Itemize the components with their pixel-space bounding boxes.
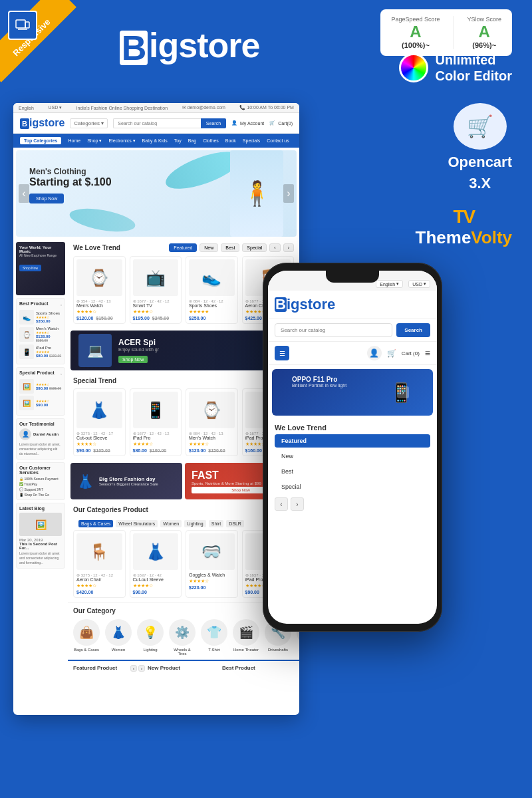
our-category-title: Our Category: [73, 607, 116, 614]
sidebar-best-nav[interactable]: ›: [61, 303, 62, 307]
footer-featured-header: Featured Product ‹ ›: [73, 665, 145, 672]
phone-currency-btn[interactable]: USD ▾: [408, 280, 430, 288]
cat-dslr[interactable]: DSLR: [226, 520, 244, 527]
sidebar-special-nav[interactable]: ›: [61, 372, 62, 376]
phone-lang-text: English: [380, 282, 395, 287]
cat-lighting[interactable]: Lighting: [184, 520, 206, 527]
desktop-hero: Men's Clothing Starting at $.100 Shop No…: [16, 150, 297, 237]
special-price-3: $120.00 $150.00: [189, 448, 235, 453]
product-stars-1: ★★★★☆: [76, 309, 122, 315]
cat-icon-theater[interactable]: 🎬 Home Theater: [233, 619, 259, 656]
desktop-search-btn[interactable]: Search: [201, 118, 226, 128]
acer-cta-btn[interactable]: Shop Now: [118, 356, 148, 363]
nav-baby[interactable]: Baby & Kids: [142, 138, 168, 143]
sidebar-prod-price-2: $128.00 $150.00: [36, 334, 62, 342]
tab-best[interactable]: Best: [221, 243, 239, 252]
sidebar-latest-blog: Latest Blog 🖼️ Mar 20, 2019 This Is Seco…: [16, 503, 65, 569]
phone-lang-btn[interactable]: English ▾: [376, 280, 403, 288]
phone-tab-new[interactable]: New: [275, 450, 430, 463]
nav-toy[interactable]: Toy: [174, 138, 182, 143]
cat-icon-bags-img: 👜: [73, 619, 100, 646]
themevolty-name: ThemeVolty: [416, 227, 512, 248]
special-product-3: ⌚ ⊛ 884 · 12 · 42 · 13 Men's Watch ★★★★☆…: [186, 388, 238, 456]
cat-bags[interactable]: Bags & Cases: [78, 520, 113, 527]
cat-icon-lighting-img: 💡: [137, 619, 164, 646]
phone-tab-featured[interactable]: Featured: [275, 434, 430, 448]
acer-product-img: 💻: [78, 334, 112, 367]
nav-bag[interactable]: Bag: [188, 138, 196, 143]
product-img-1: ⌚: [76, 259, 122, 296]
cat-icon-bags[interactable]: 👜 Bags & Cases: [73, 619, 100, 656]
svg-rect-1: [25, 22, 29, 28]
tab-prev[interactable]: ‹: [269, 243, 280, 252]
nav-electronics[interactable]: Electronics ▾: [108, 138, 135, 144]
fashion-card-1: 👗 Big Store Fashion day Season's Biggest…: [70, 463, 182, 499]
phone-search-bar: Search: [268, 319, 437, 342]
nav-clothes[interactable]: Clothes: [203, 138, 219, 143]
phone-tab-special[interactable]: Special: [275, 480, 430, 493]
phone-cart-icon[interactable]: 🛒: [387, 349, 396, 358]
tab-new[interactable]: New: [200, 243, 218, 252]
hero-cta-btn[interactable]: Shop Now: [29, 194, 64, 203]
music-promo-btn[interactable]: Shop Now: [19, 265, 41, 271]
cat-product-name-2: Cut-out Sleeve: [133, 577, 179, 582]
phone-products-next-btn[interactable]: ›: [291, 497, 304, 511]
our-categories-header: Our Categories Product: [73, 506, 294, 513]
nav-shop[interactable]: Shop ▾: [87, 138, 102, 144]
phone-account-icon[interactable]: 👤: [367, 346, 382, 360]
categories-dropdown[interactable]: Categories ▾: [70, 118, 108, 128]
nav-contact[interactable]: Contact us: [267, 138, 289, 143]
hero-text: Men's Clothing Starting at $.100 Shop No…: [29, 167, 112, 203]
testimonial-avatar: 👤: [19, 428, 31, 440]
cat-icon-lighting[interactable]: 💡 Lighting: [137, 619, 164, 656]
cat-wheels[interactable]: Wheel Simulators: [116, 520, 158, 527]
phone-tab-best[interactable]: Best: [275, 465, 430, 478]
cat-icon-wheels[interactable]: ⚙️ Wheels & Tires: [169, 619, 196, 656]
phone-search-btn[interactable]: Search: [396, 323, 430, 337]
phone-currency-text: USD: [412, 282, 422, 287]
desktop-cart[interactable]: 🛒 Cart(0): [269, 120, 293, 126]
testimonial-title: Our Testimonial: [19, 422, 62, 426]
cat-icon-women[interactable]: 👗 Women: [105, 619, 132, 656]
product-stars-3: ★★★★★: [189, 309, 235, 315]
tab-next[interactable]: ›: [283, 243, 294, 252]
special-name-3: Men's Watch: [189, 436, 235, 440]
cat-product-stars-2: ★★★★☆: [133, 583, 179, 589]
desktop-currency[interactable]: USD ▾: [48, 105, 62, 110]
nav-specials[interactable]: Specials: [243, 138, 260, 143]
sidebar-special-product: Special Product › 🖼️ ★★★★☆ $90.00 $105.0…: [16, 367, 65, 416]
sidebar-best-header: Best Product ›: [19, 301, 62, 308]
desktop-search-input[interactable]: [113, 118, 201, 128]
phone-search-input[interactable]: [275, 323, 392, 337]
phone-menu-icon[interactable]: ☰: [275, 346, 289, 360]
cat-icon-tshirt[interactable]: 👕 T-Shirt: [201, 619, 227, 656]
sidebar-prod-price-1: $350.00: [36, 319, 62, 323]
account-text[interactable]: My Account: [240, 121, 264, 126]
service-trustpay: ✅ TrustPay: [19, 482, 62, 486]
phone-banner-arrows: ‹ ›: [272, 386, 413, 398]
cat-women[interactable]: Women: [160, 520, 182, 527]
phone-hamburger-icon[interactable]: ≡: [425, 348, 430, 358]
footer-featured-next[interactable]: ›: [138, 665, 145, 672]
sidebar-special-info-2: ★★★★☆ $90.00: [36, 399, 62, 407]
cat-shirt[interactable]: Shirt: [209, 520, 223, 527]
we-love-trend-controls: Featured New Best Special ‹ ›: [169, 243, 294, 252]
nav-book[interactable]: Book: [225, 138, 236, 143]
nav-home[interactable]: Home: [68, 138, 80, 143]
desktop-lang[interactable]: English: [19, 106, 34, 110]
music-promo-subtitle: All New Earphone Range: [19, 253, 62, 257]
customer-services-title: Our Customer Services: [19, 466, 62, 475]
tab-featured[interactable]: Featured: [169, 243, 197, 252]
footer-featured-prev[interactable]: ‹: [130, 665, 137, 672]
hero-prev-btn[interactable]: ‹: [19, 184, 29, 203]
product-img-3: 👟: [189, 259, 235, 296]
hero-next-btn[interactable]: ›: [283, 184, 294, 203]
phone-products-prev-btn[interactable]: ‹: [275, 497, 288, 511]
cat-product-name-1: Aeron Chair: [76, 577, 122, 582]
product-card-3: 👟 ⊛ 884 · 12 · 42 · 12 Sports Shoes ★★★★…: [186, 256, 238, 324]
tab-special[interactable]: Special: [242, 243, 267, 252]
product-price-3: $250.00: [189, 316, 235, 321]
phone-banner-next-btn[interactable]: ›: [397, 386, 409, 398]
product-meta-3: ⊛ 884 · 12 · 42 · 12: [189, 299, 235, 303]
nav-categories[interactable]: Top Categories: [20, 137, 61, 144]
